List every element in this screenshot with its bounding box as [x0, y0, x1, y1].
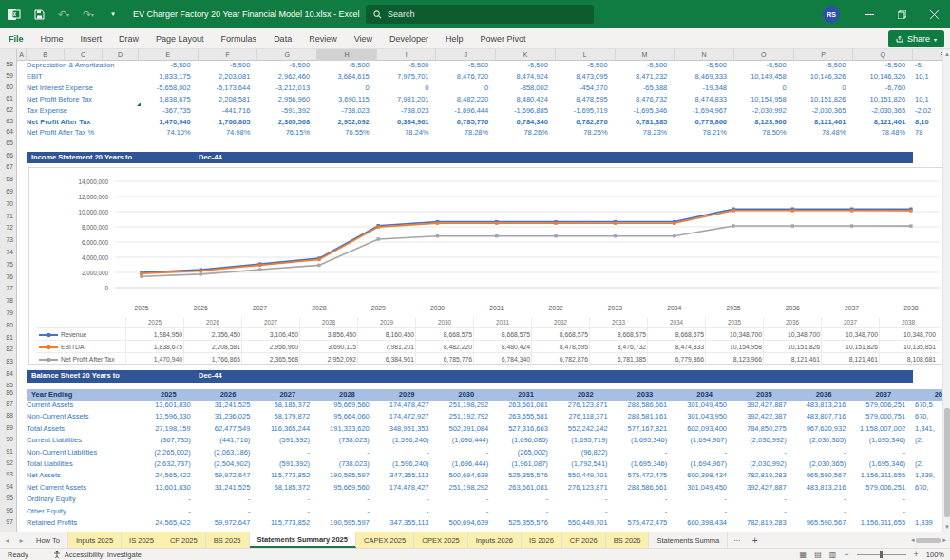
cell[interactable]: (367,735) [139, 436, 199, 447]
cell[interactable]: -6,760 [853, 84, 913, 95]
ribbon-tab-formulas[interactable]: Formulas [213, 28, 266, 49]
scroll-down-arrow[interactable]: ▼ [943, 522, 950, 532]
save-icon[interactable] [28, 4, 49, 25]
cell[interactable]: - [853, 448, 913, 459]
cell-clipped[interactable]: 10,1 [913, 95, 942, 106]
cell[interactable]: 190,595,597 [317, 471, 377, 482]
cell[interactable]: 10,151,826 [853, 95, 913, 106]
row-label[interactable]: Total Liabilities [27, 459, 138, 471]
cell[interactable]: (2,030,992) [734, 436, 794, 447]
ribbon-tab-page-layout[interactable]: Page Layout [147, 28, 213, 49]
cell[interactable]: -5,500 [674, 61, 734, 72]
cell[interactable]: 550,449,701 [556, 518, 616, 530]
cell[interactable]: - [437, 507, 497, 518]
cell[interactable]: 8,471,232 [616, 72, 675, 84]
cell[interactable]: 174,472,927 [377, 412, 437, 423]
cell[interactable]: 0 [794, 84, 854, 95]
cell[interactable]: 78.25% [556, 128, 616, 140]
cell[interactable]: - [674, 495, 734, 506]
cell[interactable]: 301,043,950 [674, 412, 734, 423]
cell[interactable]: 276,123,871 [556, 483, 616, 495]
select-all-corner[interactable] [0, 49, 17, 61]
cell[interactable]: 301,049,450 [674, 401, 734, 412]
cell-clipped[interactable]: 1,341, [913, 424, 942, 436]
cell-clipped[interactable]: (2, [913, 459, 942, 471]
cell[interactable]: 59,972,647 [199, 471, 258, 482]
cell[interactable]: 1,766,865 [199, 118, 258, 129]
ribbon-tab-file[interactable]: File [0, 28, 32, 49]
column-header-G[interactable]: G [257, 49, 317, 61]
cell[interactable]: 7,981,201 [377, 95, 437, 106]
restore-button[interactable] [885, 0, 918, 28]
cell[interactable]: - [674, 507, 734, 518]
cell[interactable]: 74.98% [199, 128, 258, 140]
cell[interactable]: 347,355,113 [377, 471, 437, 482]
cell[interactable]: - [734, 495, 794, 506]
cell[interactable]: - [199, 507, 258, 518]
cell[interactable]: - [616, 507, 675, 518]
row-number-91[interactable]: 91 [0, 448, 16, 455]
cell[interactable]: 251,198,292 [437, 401, 497, 412]
cell[interactable]: (265,002) [496, 448, 556, 459]
row-label[interactable]: Non-Current Assets [27, 412, 138, 423]
cell[interactable]: 0 [317, 84, 377, 95]
cell[interactable]: 6,782,876 [556, 118, 616, 129]
sheet-tab-is-2026[interactable]: IS 2026 [522, 532, 562, 548]
cell[interactable]: 78.24% [377, 128, 437, 140]
cell[interactable]: 10,151,826 [794, 95, 854, 106]
cell[interactable]: - [199, 495, 258, 506]
cell[interactable]: 8,121,461 [853, 118, 913, 129]
cell[interactable]: - [139, 507, 199, 518]
cell[interactable]: 575,472,475 [616, 518, 675, 530]
column-header-N[interactable]: N [674, 49, 734, 61]
cell[interactable]: -454,370 [556, 84, 616, 95]
cell[interactable]: 579,006,251 [853, 401, 913, 412]
new-sheet-button[interactable]: + [747, 532, 764, 548]
cell[interactable]: (1,696,085) [496, 436, 556, 447]
cell[interactable]: -1,695,719 [556, 106, 616, 118]
cell[interactable]: - [496, 495, 556, 506]
cell[interactable]: 552,242,242 [556, 424, 616, 436]
cell[interactable]: 347,355,113 [377, 518, 437, 530]
row-label[interactable]: Ordinary Equity [27, 495, 138, 506]
cell[interactable]: (96,822) [556, 448, 616, 459]
cell[interactable]: 579,006,251 [853, 483, 913, 495]
row-label[interactable]: EBIT [27, 72, 138, 84]
cell-clipped[interactable]: -2,02 [913, 106, 942, 118]
zoom-in-button[interactable]: + [914, 550, 919, 559]
cell[interactable]: 8,476,720 [437, 72, 497, 84]
column-header-I[interactable]: I [377, 49, 437, 61]
cell[interactable]: (2,030,992) [734, 459, 794, 471]
cell[interactable]: 276,123,871 [556, 401, 616, 412]
row-label[interactable]: Net Profit Before Tax [27, 95, 138, 106]
cell[interactable]: (1,696,444) [437, 459, 497, 471]
cell[interactable]: (2,504,902) [199, 459, 258, 471]
cell[interactable]: 6,781,385 [616, 118, 675, 129]
avatar[interactable]: RS [823, 6, 840, 23]
cell[interactable]: (1,695,346) [616, 459, 675, 471]
cell[interactable]: -5,658,002 [139, 84, 199, 95]
cell-clipped[interactable]: 1,339, [913, 471, 942, 482]
vertical-scrollbar[interactable]: ▲ ▼ [942, 49, 950, 532]
cell[interactable]: - [377, 495, 437, 506]
cell[interactable]: (441,716) [199, 436, 258, 447]
cell[interactable]: 10,146,326 [794, 72, 854, 84]
row-number-79[interactable]: 79 [0, 309, 16, 316]
cell[interactable]: 78.28% [437, 128, 497, 140]
tab-scroll-thumb[interactable] [916, 538, 940, 543]
cell[interactable]: - [257, 507, 317, 518]
cell[interactable]: 288,581,161 [616, 412, 675, 423]
cell[interactable]: 95,669,560 [317, 401, 377, 412]
row-number-66[interactable]: 66 [0, 152, 16, 159]
cell[interactable]: (1,694,967) [674, 459, 734, 471]
row-label[interactable]: Current Assets [27, 401, 138, 412]
cell[interactable]: (1,792,541) [556, 459, 616, 471]
cell[interactable]: 1,158,007,002 [853, 424, 913, 436]
quick-access-dropdown-icon[interactable]: ▾ [103, 4, 124, 25]
cell[interactable]: 6,784,340 [496, 118, 556, 129]
row-number-58[interactable]: 58 [0, 61, 16, 67]
cell[interactable]: 483,813,216 [794, 483, 854, 495]
cell-clipped[interactable]: (2, [913, 436, 942, 447]
cell[interactable]: - [794, 507, 854, 518]
balance-sheet-section-header[interactable]: Balance Sheet 20 Years to Dec-44 [27, 370, 913, 383]
